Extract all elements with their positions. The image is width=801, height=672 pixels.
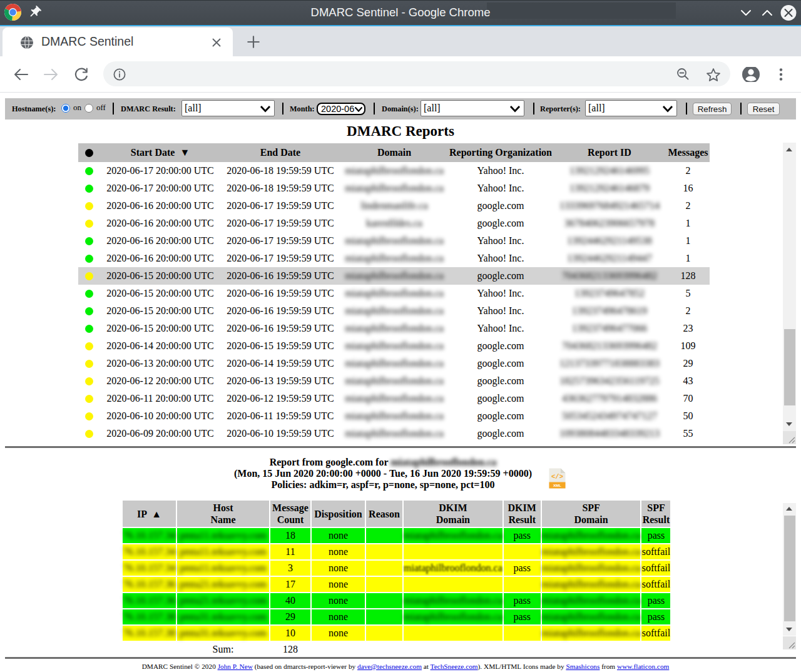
svg-text:</>: </>	[551, 473, 563, 481]
svg-text:XML: XML	[553, 483, 561, 487]
